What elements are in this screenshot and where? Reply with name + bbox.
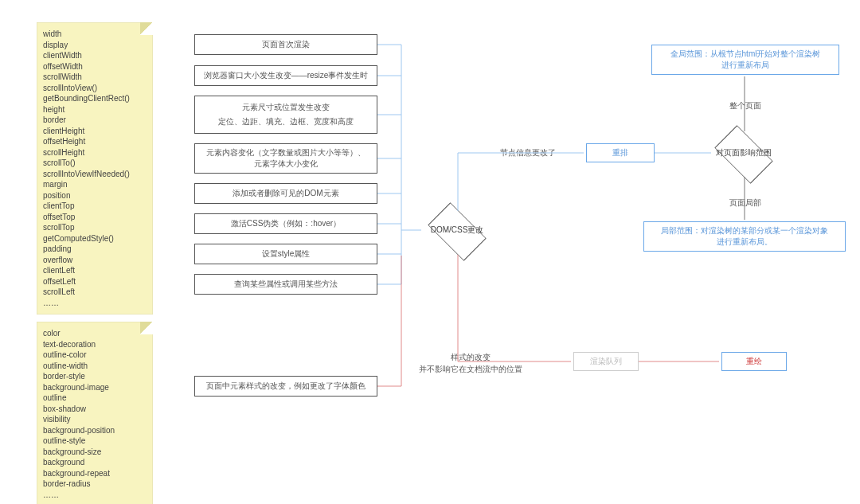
trigger-content-change: 元素内容变化（文字数量或图片大小等等）、 元素字体大小变化 [194, 143, 377, 174]
label-style-changed: 样式的改变 并不影响它在文档流中的位置 [411, 351, 530, 375]
decision-domcss: DOM/CSS更改 [417, 206, 497, 254]
note-paint-props: color text-decoration outline-color outl… [37, 322, 153, 504]
trigger-size-pos: 元素尺寸或位置发生改变 定位、边距、填充、边框、宽度和高度 [194, 96, 377, 134]
trigger-set-style: 设置style属性 [194, 244, 377, 264]
label-whole-page: 整个页面 [721, 100, 769, 111]
box-render-queue: 渲染队列 [573, 352, 639, 371]
label-page-part: 页面局部 [721, 197, 769, 209]
label-node-changed: 节点信息更改了 [484, 147, 572, 158]
decision-scope: 对页面影响范围 [704, 129, 784, 177]
trigger-style-change: 页面中元素样式的改变，例如更改了字体颜色 [194, 376, 377, 397]
note-text: color text-decoration outline-color outl… [43, 328, 145, 500]
note-text: width display clientWidth offsetWidth sc… [43, 29, 145, 308]
box-repaint: 重绘 [721, 352, 787, 371]
box-reflow: 重排 [586, 143, 655, 162]
box-local-scope: 局部范围：对渲染树的某部分或某一个渲染对象 进行重新布局。 [643, 221, 846, 252]
note-layout-props: width display clientWidth offsetWidth sc… [37, 22, 153, 315]
trigger-add-remove-dom: 添加或者删除可见的DOM元素 [194, 183, 377, 204]
trigger-css-pseudo: 激活CSS伪类（例如：:hover） [194, 213, 377, 234]
trigger-query-props: 查询某些属性或调用某些方法 [194, 274, 377, 295]
trigger-first-render: 页面首次渲染 [194, 34, 377, 55]
trigger-resize: 浏览器窗口大小发生改变——resize事件发生时 [194, 65, 377, 86]
box-global-scope: 全局范围：从根节点html开始对整个渲染树 进行重新布局 [651, 45, 839, 75]
